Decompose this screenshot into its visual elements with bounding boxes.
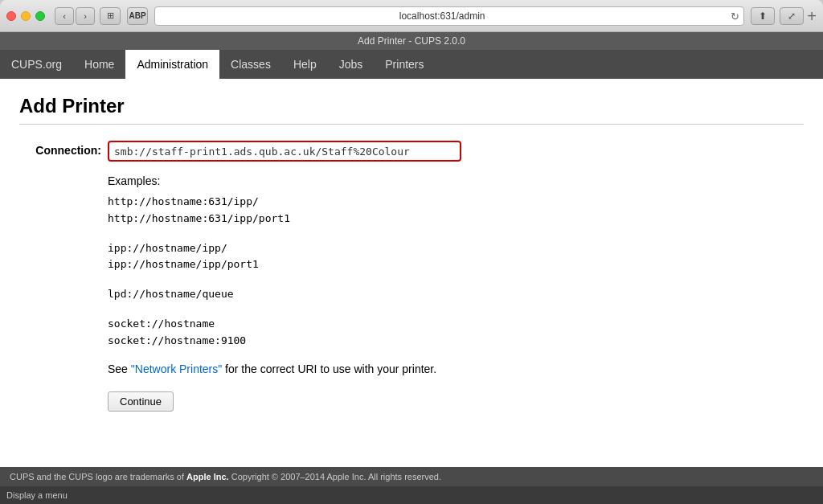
back-icon: ‹ [63,11,66,21]
url-input[interactable] [154,6,744,26]
nav-label-jobs: Jobs [339,58,363,71]
example-group-socket: socket://hostname socket://hostname:9100 [108,316,804,350]
network-printers-text: See "Network Printers" for the correct U… [108,363,804,375]
minimize-button[interactable] [21,11,31,21]
connection-input[interactable] [108,141,461,162]
example-group-lpd: lpd://hostname/queue [108,286,804,303]
share-icon: ⬆ [759,10,767,22]
nav-item-cups-org[interactable]: CUPS.org [0,50,73,79]
adblock-label: ABP [129,11,145,20]
nav-item-jobs[interactable]: Jobs [328,50,375,79]
nav-arrows: ‹ › [55,7,95,25]
nav-label-classes: Classes [231,58,271,71]
nav-bar: CUPS.org Home Administration Classes Hel… [0,50,823,79]
page-title-bar: Add Printer - CUPS 2.0.0 [0,32,823,50]
footer: CUPS and the CUPS logo are trademarks of… [0,467,823,486]
page-heading: Add Printer [19,95,804,117]
example-http-2: http://hostname:631/ipp/port1 [108,211,804,227]
network-text-before: See [108,363,131,375]
continue-button[interactable]: Continue [108,391,174,412]
forward-button[interactable]: › [76,7,95,25]
traffic-lights [6,11,45,21]
forward-icon: › [84,11,87,21]
adblock-button[interactable]: ABP [127,7,148,25]
sidebar-button[interactable]: ⊞ [100,7,121,25]
nav-item-home[interactable]: Home [73,50,125,79]
connection-form-row: Connection: [19,141,804,162]
network-text-after: for the correct URI to use with your pri… [222,363,436,375]
nav-item-classes[interactable]: Classes [219,50,282,79]
new-tab-button[interactable]: + [807,8,817,24]
main-content: Add Printer Connection: Examples: http:/… [0,79,823,467]
maximize-button[interactable] [35,11,45,21]
refresh-icon[interactable]: ↻ [731,10,739,22]
network-printers-link[interactable]: "Network Printers" [131,363,222,375]
window-controls-right: ⬆ ⤢ [751,7,804,25]
url-bar-wrapper: ↻ [154,6,744,26]
sidebar-icon: ⊞ [107,10,114,21]
nav-item-help[interactable]: Help [282,50,328,79]
browser-page-title: Add Printer - CUPS 2.0.0 [358,35,465,47]
nav-item-printers[interactable]: Printers [374,50,435,79]
example-http-1: http://hostname:631/ipp/ [108,194,804,211]
example-ipp-2: ipp://hostname/ipp/port1 [108,256,804,273]
close-button[interactable] [6,11,16,21]
share-button[interactable]: ⬆ [751,7,775,25]
fullscreen-button[interactable]: ⤢ [780,7,804,25]
divider [19,124,804,125]
title-bar: ‹ › ⊞ ABP ↻ ⬆ ⤢ + [0,0,823,32]
url-bar-container: ↻ [154,6,744,26]
status-bar: Display a menu [0,486,823,504]
example-group-ipp: ipp://hostname/ipp/ ipp://hostname/ipp/p… [108,240,804,274]
footer-text-before: CUPS and the CUPS logo are trademarks of [10,472,186,481]
nav-item-administration[interactable]: Administration [125,50,219,79]
footer-text: CUPS and the CUPS logo are trademarks of… [10,472,441,481]
fullscreen-icon: ⤢ [788,10,796,22]
footer-brand: Apple Inc. [186,472,229,481]
example-lpd-1: lpd://hostname/queue [108,286,804,303]
example-ipp-1: ipp://hostname/ipp/ [108,240,804,257]
status-text: Display a menu [6,490,68,500]
footer-text-after: Copyright © 2007–2014 Apple Inc. All rig… [229,472,441,481]
connection-label: Connection: [19,141,108,157]
back-button[interactable]: ‹ [55,7,74,25]
example-group-http: http://hostname:631/ipp/ http://hostname… [108,194,804,227]
nav-label-home: Home [84,58,114,71]
examples-section: Examples: http://hostname:631/ipp/ http:… [108,174,804,412]
example-socket-1: socket://hostname [108,316,804,333]
nav-label-printers: Printers [385,58,424,71]
nav-label-cups-org: CUPS.org [11,58,62,71]
examples-label: Examples: [108,174,804,187]
nav-label-administration: Administration [137,58,208,71]
nav-label-help: Help [293,58,317,71]
example-socket-2: socket://hostname:9100 [108,333,804,350]
